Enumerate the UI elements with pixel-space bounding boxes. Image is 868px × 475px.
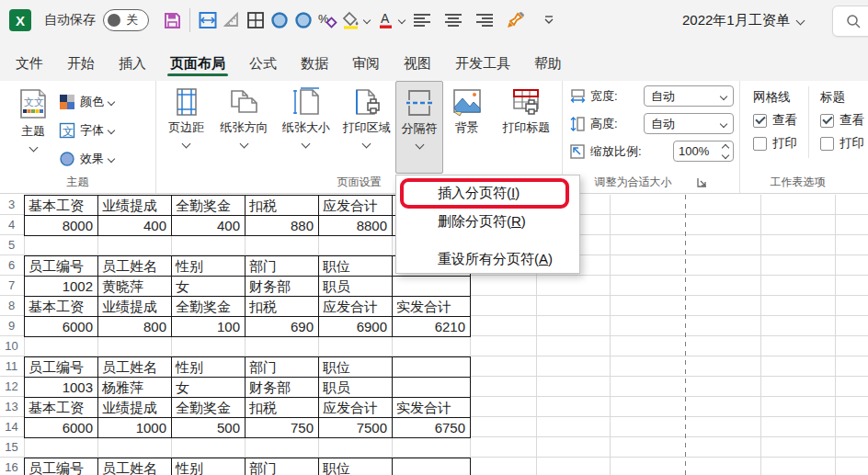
align-left-icon[interactable]: [410, 6, 434, 34]
cell-r8c4[interactable]: 扣税: [245, 296, 319, 317]
cell-r13c2[interactable]: 业绩提成: [97, 397, 172, 418]
cell-r7c6[interactable]: [392, 276, 471, 297]
cell-r16c3[interactable]: 性别: [171, 458, 246, 475]
cell-r9c3[interactable]: 100: [171, 316, 246, 337]
cell-r13c3[interactable]: 全勤奖金: [171, 397, 246, 418]
gridlines-print-checkbox-row[interactable]: 打印: [753, 135, 797, 152]
fill-color-dropdown-icon[interactable]: [363, 17, 371, 24]
theme-fonts-button[interactable]: 文 字体: [59, 118, 114, 142]
paper-size-button[interactable]: 纸张大小: [275, 81, 337, 173]
align-right-icon[interactable]: [473, 6, 497, 34]
cell-r9c1[interactable]: 6000: [24, 316, 98, 337]
themes-button[interactable]: 文文 主题: [7, 81, 59, 173]
tab-4[interactable]: 公式: [237, 46, 289, 81]
tab-9[interactable]: 帮助: [522, 46, 574, 81]
cell-r9c2[interactable]: 800: [97, 316, 172, 337]
cell-r11c5[interactable]: 职位: [318, 356, 393, 378]
cell-r8c5[interactable]: 应发合计: [318, 296, 393, 317]
margins-button[interactable]: 页边距: [160, 81, 213, 173]
row-header-7[interactable]: 7: [0, 276, 23, 296]
cell-r7c2[interactable]: 黄晓萍: [97, 276, 172, 297]
background-button[interactable]: 背景: [443, 81, 491, 173]
tab-3[interactable]: 页面布局: [158, 46, 237, 81]
dialog-launcher-icon[interactable]: [696, 176, 708, 188]
gridlines-view-checkbox[interactable]: [753, 114, 767, 128]
menu-item-0[interactable]: 插入分页符(I): [396, 178, 579, 207]
row-header-13[interactable]: 13: [0, 397, 23, 417]
print-titles-button[interactable]: 打印标题: [491, 81, 562, 173]
tab-8[interactable]: 开发工具: [443, 46, 522, 81]
cell-r6c1[interactable]: 员工编号: [24, 255, 98, 277]
cell-r14c3[interactable]: 500: [171, 417, 246, 438]
qat-overflow-icon[interactable]: [537, 6, 561, 34]
cell-r11c2[interactable]: 员工姓名: [97, 356, 172, 378]
autosave-toggle[interactable]: 关: [103, 9, 149, 31]
ruler-icon[interactable]: [220, 6, 244, 34]
row-header-10[interactable]: 10: [0, 336, 23, 356]
row-header-14[interactable]: 14: [0, 417, 23, 437]
cell-r9c6[interactable]: 6210: [392, 316, 471, 337]
fill-color-icon[interactable]: [339, 6, 363, 34]
tab-5[interactable]: 数据: [289, 46, 340, 81]
cell-r7c4[interactable]: 财务部: [245, 276, 319, 297]
theme-colors-button[interactable]: 颜色: [59, 89, 114, 114]
cell-r8c2[interactable]: 业绩提成: [97, 296, 172, 317]
menu-item-1[interactable]: 删除分页符(R): [396, 207, 579, 235]
column-width-icon[interactable]: [196, 6, 220, 34]
cell-r13c4[interactable]: 扣税: [245, 397, 319, 418]
row-header-8[interactable]: 8: [0, 296, 23, 316]
row-header-4[interactable]: 4: [0, 215, 23, 235]
cell-r4c1[interactable]: 8000: [24, 215, 98, 236]
cell-r8c1[interactable]: 基本工资: [24, 296, 98, 317]
cell-r14c1[interactable]: 6000: [24, 417, 98, 438]
cell-r11c6[interactable]: [392, 356, 471, 378]
align-center-icon[interactable]: [441, 6, 465, 34]
cell-r13c6[interactable]: 实发合计: [392, 397, 471, 418]
cell-r7c5[interactable]: 职员: [318, 276, 393, 297]
width-dropdown[interactable]: 自动: [644, 85, 734, 107]
row-header-3[interactable]: 3: [0, 195, 23, 215]
row-header-11[interactable]: 11: [0, 356, 23, 377]
scale-spinner[interactable]: 100%: [673, 141, 734, 162]
cell-r3c1[interactable]: 基本工资: [24, 195, 98, 216]
cell-r14c2[interactable]: 1000: [97, 417, 172, 438]
cell-r7c3[interactable]: 女: [171, 276, 246, 297]
cell-r4c3[interactable]: 400: [171, 215, 246, 236]
cell-r12c5[interactable]: 职员: [318, 377, 393, 398]
tab-0[interactable]: 文件: [4, 46, 55, 81]
breaks-button[interactable]: 分隔符: [395, 81, 443, 174]
cell-r3c5[interactable]: 应发合计: [318, 195, 393, 216]
row-header-15[interactable]: 15: [0, 437, 23, 458]
borders-icon[interactable]: [244, 6, 268, 34]
oval-shape-icon[interactable]: [268, 6, 291, 34]
cell-r16c5[interactable]: 职位: [318, 458, 393, 475]
cell-r3c3[interactable]: 全勤奖金: [171, 195, 246, 216]
tab-2[interactable]: 插入: [107, 46, 158, 81]
cell-r4c2[interactable]: 400: [97, 215, 172, 236]
format-painter-icon[interactable]: [504, 6, 528, 34]
cell-r8c3[interactable]: 全勤奖金: [171, 296, 246, 317]
headings-print-checkbox-row[interactable]: 打印: [820, 135, 864, 152]
percent-style-icon[interactable]: %: [315, 6, 339, 34]
cell-r4c4[interactable]: 880: [245, 215, 319, 236]
tab-1[interactable]: 开始: [55, 46, 107, 81]
cell-r9c5[interactable]: 6900: [318, 316, 393, 337]
cell-r11c3[interactable]: 性别: [171, 356, 246, 378]
headings-view-checkbox[interactable]: [820, 114, 834, 128]
cell-r16c1[interactable]: 员工编号: [24, 458, 98, 475]
cell-r16c6[interactable]: [392, 458, 471, 475]
cell-r6c2[interactable]: 员工姓名: [97, 255, 172, 277]
font-color-icon[interactable]: A: [374, 6, 398, 34]
height-dropdown[interactable]: 自动: [644, 113, 734, 134]
spinner-arrows-icon[interactable]: [723, 145, 728, 158]
document-title-control[interactable]: 2022年1月工资单: [682, 0, 804, 40]
cell-r3c4[interactable]: 扣税: [245, 195, 319, 216]
cell-r6c3[interactable]: 性别: [171, 255, 246, 277]
cell-r12c2[interactable]: 杨雅萍: [97, 377, 172, 398]
print-area-button[interactable]: 打印区域: [337, 81, 396, 173]
cell-r6c5[interactable]: 职位: [318, 255, 393, 277]
tab-6[interactable]: 审阅: [340, 46, 392, 81]
cell-r14c5[interactable]: 7500: [318, 417, 393, 438]
cell-r12c3[interactable]: 女: [171, 377, 246, 398]
headings-view-checkbox-row[interactable]: 查看: [820, 112, 864, 129]
